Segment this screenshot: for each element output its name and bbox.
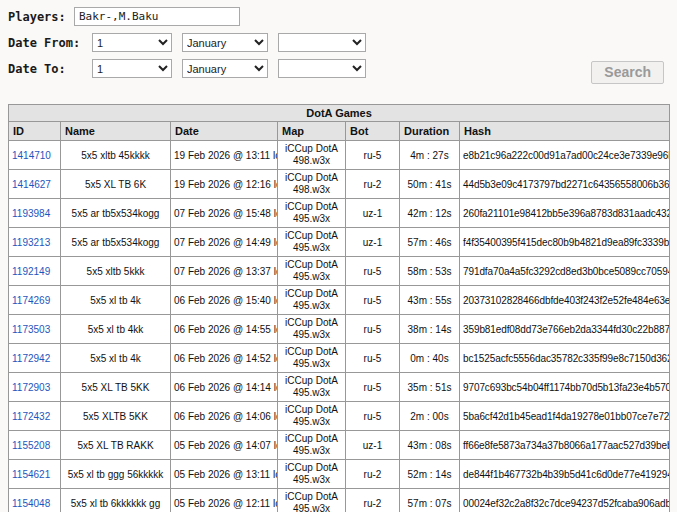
- column-header-date: Date: [171, 122, 278, 141]
- game-map: iCCup DotA 498.w3x: [278, 141, 346, 170]
- players-row: Players:: [8, 7, 669, 26]
- game-id-link[interactable]: 1414627: [12, 179, 51, 190]
- column-header-name: Name: [61, 122, 171, 141]
- game-hash: 00024ef32c2a8f32c7dce94237d52fcaba906adb: [460, 489, 670, 512]
- date-to-day-select[interactable]: 1: [92, 59, 172, 78]
- game-hash: bc1525acfc5556dac35782c335f99e8c7150d362: [460, 344, 670, 373]
- date-to-year-select[interactable]: [278, 59, 366, 78]
- search-button[interactable]: Search: [591, 61, 664, 84]
- date-to-label: Date To:: [8, 62, 92, 76]
- game-id-cell: 1172903: [9, 373, 61, 402]
- game-duration: 57m : 46s: [400, 228, 460, 257]
- game-id-link[interactable]: 1193984: [12, 208, 50, 219]
- game-name: 5x5 xl tb 4kk: [61, 315, 171, 344]
- game-date: 19 Feb 2026 @ 13:11 local: [171, 141, 278, 170]
- column-header-map: Map: [278, 122, 346, 141]
- game-id-cell: 1154621: [9, 460, 61, 489]
- players-input[interactable]: [74, 7, 240, 26]
- game-map: iCCup DotA 495.w3x: [278, 431, 346, 460]
- game-duration: 4m : 27s: [400, 141, 460, 170]
- game-name: 5x5 xl tb ggg 56kkkkk: [61, 460, 171, 489]
- game-name: 5x5 XL TB RAKK: [61, 431, 171, 460]
- game-id-link[interactable]: 1155208: [12, 440, 50, 451]
- table-row: 11552085x5 XL TB RAKK05 Feb 2026 @ 14:07…: [9, 431, 670, 460]
- game-bot: ru-5: [346, 402, 400, 431]
- game-map: iCCup DotA 495.w3x: [278, 286, 346, 315]
- game-hash: 5ba6cf42d1b45ead1f4da19278e01bb07ce7e72f: [460, 402, 670, 431]
- game-id-link[interactable]: 1154048: [12, 498, 50, 509]
- game-name: 5x5 XL TB 6K: [61, 170, 171, 199]
- date-to-month-select[interactable]: January: [182, 59, 268, 78]
- game-id-link[interactable]: 1172432: [12, 411, 50, 422]
- game-name: 5x5 ar tb5x534kogg: [61, 228, 171, 257]
- game-id-link[interactable]: 1172903: [12, 382, 50, 393]
- game-id-link[interactable]: 1154621: [12, 469, 50, 480]
- games-table: DotA Games IDNameDateMapBotDurationHash …: [8, 104, 670, 512]
- game-hash: e8b21c96a222c00d91a7ad00c24ce3e7339e96b2: [460, 141, 670, 170]
- date-to-row: Date To: 1 January: [8, 59, 669, 78]
- date-from-label: Date From:: [8, 36, 92, 50]
- game-id-link[interactable]: 1172942: [12, 353, 50, 364]
- game-hash: 44d5b3e09c4173797bd2271c64356558006b3656: [460, 170, 670, 199]
- game-bot: ru-5: [346, 286, 400, 315]
- game-date: 07 Feb 2026 @ 13:37 local: [171, 257, 278, 286]
- game-hash: 20373102828466dbfde403f243f2e52fe484e63e: [460, 286, 670, 315]
- game-map: iCCup DotA 495.w3x: [278, 315, 346, 344]
- table-row: 11921495x5 xltb 5kkk07 Feb 2026 @ 13:37 …: [9, 257, 670, 286]
- game-hash: 359b81edf08dd73e766eb2da3344fd30c22b8871: [460, 315, 670, 344]
- game-bot: ru-5: [346, 257, 400, 286]
- game-date: 05 Feb 2026 @ 12:11 local: [171, 489, 278, 512]
- game-hash: 9707c693bc54b04ff1174bb70d5b13fa23e4b570: [460, 373, 670, 402]
- table-row: 11932135x5 ar tb5x534kogg07 Feb 2026 @ 1…: [9, 228, 670, 257]
- game-map: iCCup DotA 495.w3x: [278, 373, 346, 402]
- game-bot: uz-1: [346, 199, 400, 228]
- game-bot: ru-5: [346, 373, 400, 402]
- game-date: 07 Feb 2026 @ 14:49 local: [171, 228, 278, 257]
- table-title: DotA Games: [9, 105, 670, 122]
- players-label: Players:: [8, 10, 74, 24]
- game-id-link[interactable]: 1193213: [12, 237, 50, 248]
- game-map: iCCup DotA 495.w3x: [278, 402, 346, 431]
- game-date: 06 Feb 2026 @ 14:52 local: [171, 344, 278, 373]
- game-duration: 0m : 40s: [400, 344, 460, 373]
- game-bot: ru-5: [346, 344, 400, 373]
- game-id-cell: 1192149: [9, 257, 61, 286]
- table-row: 11729035x5 XL TB 5KK06 Feb 2026 @ 14:14 …: [9, 373, 670, 402]
- game-date: 06 Feb 2026 @ 14:14 local: [171, 373, 278, 402]
- table-row: 11724325x5 XLTB 5KK06 Feb 2026 @ 14:06 l…: [9, 402, 670, 431]
- game-id-cell: 1193213: [9, 228, 61, 257]
- game-date: 05 Feb 2026 @ 14:07 local: [171, 431, 278, 460]
- table-row: 11540485x5 xl tb 6kkkkkk gg05 Feb 2026 @…: [9, 489, 670, 512]
- column-header-bot: Bot: [346, 122, 400, 141]
- date-from-day-select[interactable]: 1: [92, 33, 172, 52]
- game-id-link[interactable]: 1414710: [12, 150, 51, 161]
- search-form: Players: Date From: 1 January Date To: 1…: [0, 0, 677, 78]
- game-date: 06 Feb 2026 @ 14:06 local: [171, 402, 278, 431]
- games-table-body: 14147105x5 xltb 45kkkk19 Feb 2026 @ 13:1…: [9, 141, 670, 512]
- game-duration: 42m : 12s: [400, 199, 460, 228]
- table-row: 11742695x5 xl tb 4k06 Feb 2026 @ 15:40 l…: [9, 286, 670, 315]
- game-id-link[interactable]: 1192149: [12, 266, 50, 277]
- game-map: iCCup DotA 495.w3x: [278, 489, 346, 512]
- game-id-link[interactable]: 1173503: [12, 324, 50, 335]
- game-date: 06 Feb 2026 @ 15:40 local: [171, 286, 278, 315]
- game-date: 07 Feb 2026 @ 15:48 local: [171, 199, 278, 228]
- game-name: 5x5 XLTB 5KK: [61, 402, 171, 431]
- game-bot: ru-5: [346, 315, 400, 344]
- game-id-cell: 1414710: [9, 141, 61, 170]
- game-id-link[interactable]: 1174269: [12, 295, 50, 306]
- date-from-year-select[interactable]: [278, 33, 366, 52]
- game-id-cell: 1174269: [9, 286, 61, 315]
- game-map: iCCup DotA 495.w3x: [278, 228, 346, 257]
- game-hash: de844f1b467732b4b39b5d41c6d0de77e4192942: [460, 460, 670, 489]
- date-from-month-select[interactable]: January: [182, 33, 268, 52]
- game-duration: 50m : 41s: [400, 170, 460, 199]
- game-bot: ru-2: [346, 460, 400, 489]
- game-bot: uz-1: [346, 228, 400, 257]
- game-name: 5x5 XL TB 5KK: [61, 373, 171, 402]
- date-from-row: Date From: 1 January: [8, 33, 669, 52]
- game-duration: 35m : 51s: [400, 373, 460, 402]
- game-duration: 43m : 55s: [400, 286, 460, 315]
- table-row: 14146275x5 XL TB 6K19 Feb 2026 @ 12:16 l…: [9, 170, 670, 199]
- game-duration: 52m : 14s: [400, 460, 460, 489]
